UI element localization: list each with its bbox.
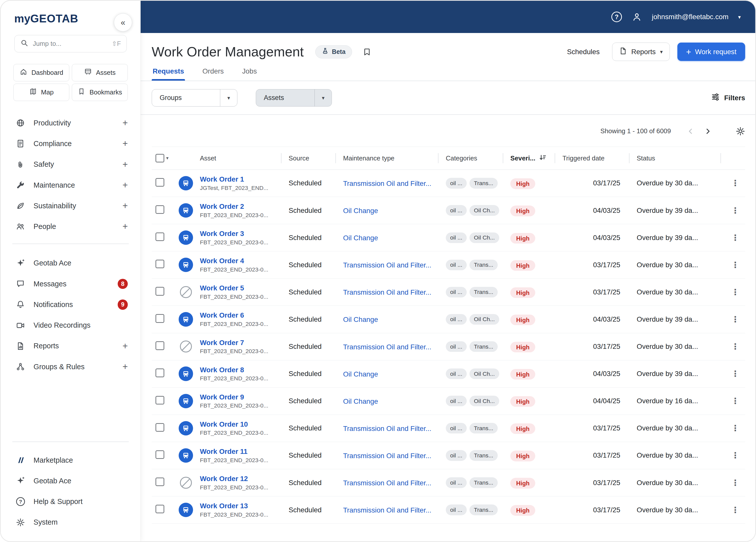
work-order-link[interactable]: Work Order 4 — [200, 257, 268, 266]
select-all-checkbox[interactable] — [155, 154, 164, 163]
row-menu-icon[interactable]: ⋮ — [731, 315, 739, 324]
maintenance-type-link[interactable]: Transmission Oil and Filter... — [343, 425, 431, 432]
sidebar-item-reports[interactable]: Reports + — [1, 336, 140, 356]
row-menu-icon[interactable]: ⋮ — [731, 396, 739, 405]
expand-plus-icon[interactable]: + — [122, 341, 128, 350]
maintenance-type-link[interactable]: Transmission Oil and Filter... — [343, 343, 431, 351]
row-menu-icon[interactable]: ⋮ — [731, 206, 739, 215]
expand-plus-icon[interactable]: + — [122, 139, 128, 148]
row-menu-icon[interactable]: ⋮ — [731, 261, 739, 270]
tab-requests[interactable]: Requests — [153, 67, 184, 81]
work-order-link[interactable]: Work Order 9 — [200, 393, 268, 402]
sidebar-item-sustainability[interactable]: Sustainability + — [1, 196, 140, 216]
row-menu-icon[interactable]: ⋮ — [731, 505, 739, 515]
mygeotab-logo[interactable]: myGEOTAB — [14, 12, 78, 25]
expand-plus-icon[interactable]: + — [122, 201, 128, 210]
maintenance-type-link[interactable]: Transmission Oil and Filter... — [343, 506, 431, 514]
row-checkbox[interactable] — [155, 396, 164, 404]
expand-plus-icon[interactable]: + — [122, 222, 128, 231]
row-checkbox[interactable] — [155, 314, 164, 322]
row-menu-icon[interactable]: ⋮ — [731, 424, 739, 433]
expand-plus-icon[interactable]: + — [122, 160, 128, 169]
work-order-link[interactable]: Work Order 7 — [200, 338, 268, 347]
table-settings-gear-icon[interactable] — [736, 127, 745, 136]
chevron-down-icon[interactable]: ▾ — [166, 156, 169, 161]
user-email[interactable]: johnsmith@fleetabc.com — [652, 13, 729, 21]
row-menu-icon[interactable]: ⋮ — [731, 451, 739, 460]
row-menu-icon[interactable]: ⋮ — [731, 342, 739, 351]
maintenance-type-link[interactable]: Transmission Oil and Filter... — [343, 261, 431, 269]
work-order-link[interactable]: Work Order 6 — [200, 311, 268, 320]
work-order-link[interactable]: Work Order 10 — [200, 420, 268, 429]
maintenance-type-link[interactable]: Oil Change — [343, 234, 378, 242]
work-order-link[interactable]: Work Order 5 — [200, 283, 268, 293]
row-menu-icon[interactable]: ⋮ — [731, 179, 739, 188]
sidebar-item-safety[interactable]: Safety + — [1, 154, 140, 175]
help-icon[interactable]: ? — [611, 12, 622, 22]
row-checkbox[interactable] — [155, 368, 164, 377]
groups-select[interactable]: Groups ▾ — [152, 89, 238, 107]
row-menu-icon[interactable]: ⋮ — [731, 369, 739, 378]
assets-select[interactable]: Assets ▾ — [256, 89, 332, 107]
quick-map-button[interactable]: Map — [13, 84, 69, 101]
column-header-asset[interactable]: Asset — [179, 147, 281, 170]
sidebar-item-messages[interactable]: Messages 8 — [1, 273, 140, 294]
filters-button[interactable]: Filters — [711, 93, 745, 103]
previous-page-icon[interactable] — [683, 124, 698, 138]
sidebar-item-maintenance[interactable]: Maintenance + — [1, 175, 140, 196]
maintenance-type-link[interactable]: Transmission Oil and Filter... — [343, 452, 431, 460]
column-header-categories[interactable]: Categories — [438, 147, 502, 170]
work-order-link[interactable]: Work Order 2 — [200, 202, 268, 211]
sidebar-item-geotab-ace-bottom[interactable]: Geotab Ace — [1, 470, 140, 491]
bookmark-page-icon[interactable] — [363, 48, 371, 56]
maintenance-type-link[interactable]: Oil Change — [343, 315, 378, 323]
sidebar-item-help-support[interactable]: ? Help & Support — [1, 491, 140, 512]
sidebar-item-system[interactable]: System — [1, 512, 140, 533]
chevron-down-icon[interactable]: ▾ — [738, 14, 741, 20]
column-header-severity[interactable]: Severi... — [503, 147, 555, 170]
sidebar-item-groups-rules[interactable]: Groups & Rules + — [1, 356, 140, 377]
row-checkbox[interactable] — [155, 233, 164, 241]
sidebar-item-geotab-ace[interactable]: Geotab Ace — [1, 253, 140, 273]
maintenance-type-link[interactable]: Oil Change — [343, 397, 378, 405]
sidebar-item-compliance[interactable]: Compliance + — [1, 133, 140, 154]
quick-bookmarks-button[interactable]: Bookmarks — [72, 84, 128, 101]
row-checkbox[interactable] — [155, 205, 164, 214]
jump-to-search[interactable]: ⇧F — [14, 35, 127, 52]
work-order-link[interactable]: Work Order 11 — [200, 447, 268, 456]
expand-plus-icon[interactable]: + — [122, 362, 128, 371]
row-checkbox[interactable] — [155, 477, 164, 486]
schedules-link[interactable]: Schedules — [567, 48, 600, 56]
sidebar-collapse-button[interactable]: « — [114, 13, 132, 32]
work-order-link[interactable]: Work Order 3 — [200, 229, 268, 239]
maintenance-type-link[interactable]: Oil Change — [343, 370, 378, 378]
reports-button[interactable]: Reports ▾ — [612, 43, 670, 61]
work-order-link[interactable]: Work Order 8 — [200, 365, 268, 375]
quick-dashboard-button[interactable]: Dashboard — [13, 64, 69, 81]
sidebar-item-people[interactable]: People + — [1, 216, 140, 237]
maintenance-type-link[interactable]: Transmission Oil and Filter... — [343, 288, 431, 296]
work-order-link[interactable]: Work Order 12 — [200, 474, 268, 484]
search-input[interactable] — [32, 40, 108, 48]
tab-orders[interactable]: Orders — [202, 67, 224, 81]
sidebar-item-notifications[interactable]: Notifications 9 — [1, 294, 140, 315]
row-checkbox[interactable] — [155, 341, 164, 350]
maintenance-type-link[interactable]: Transmission Oil and Filter... — [343, 180, 431, 187]
work-order-link[interactable]: Work Order 13 — [200, 501, 268, 511]
tab-jobs[interactable]: Jobs — [242, 67, 257, 81]
column-header-maintenance-type[interactable]: Maintenance type — [335, 147, 438, 170]
row-menu-icon[interactable]: ⋮ — [731, 233, 739, 242]
row-checkbox[interactable] — [155, 260, 164, 268]
column-header-source[interactable]: Source — [281, 147, 335, 170]
row-checkbox[interactable] — [155, 178, 164, 187]
user-icon[interactable] — [632, 12, 642, 22]
expand-plus-icon[interactable]: + — [122, 181, 128, 190]
row-menu-icon[interactable]: ⋮ — [731, 287, 739, 297]
row-checkbox[interactable] — [155, 423, 164, 432]
maintenance-type-link[interactable]: Oil Change — [343, 207, 378, 215]
column-header-triggered-date[interactable]: Triggered date — [555, 147, 629, 170]
row-checkbox[interactable] — [155, 505, 164, 513]
next-page-icon[interactable] — [701, 124, 715, 138]
row-menu-icon[interactable]: ⋮ — [731, 478, 739, 487]
maintenance-type-link[interactable]: Transmission Oil and Filter... — [343, 479, 431, 487]
